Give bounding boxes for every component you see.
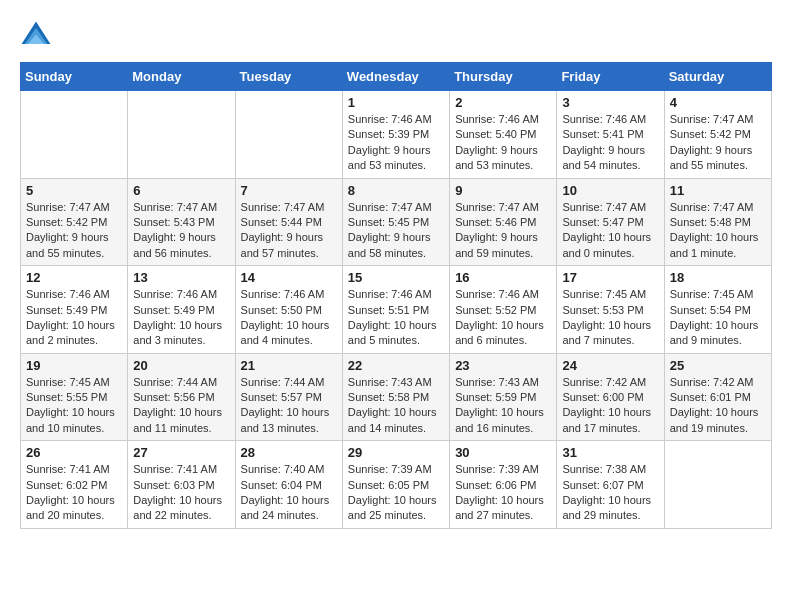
day-info: Sunrise: 7:46 AM Sunset: 5:49 PM Dayligh… [26, 287, 122, 349]
day-number: 8 [348, 183, 444, 198]
day-number: 30 [455, 445, 551, 460]
calendar-cell: 19Sunrise: 7:45 AM Sunset: 5:55 PM Dayli… [21, 353, 128, 441]
day-info: Sunrise: 7:44 AM Sunset: 5:57 PM Dayligh… [241, 375, 337, 437]
day-number: 11 [670, 183, 766, 198]
calendar-cell: 30Sunrise: 7:39 AM Sunset: 6:06 PM Dayli… [450, 441, 557, 529]
day-info: Sunrise: 7:38 AM Sunset: 6:07 PM Dayligh… [562, 462, 658, 524]
calendar-cell: 28Sunrise: 7:40 AM Sunset: 6:04 PM Dayli… [235, 441, 342, 529]
logo-icon [20, 20, 52, 52]
calendar-cell: 23Sunrise: 7:43 AM Sunset: 5:59 PM Dayli… [450, 353, 557, 441]
day-number: 23 [455, 358, 551, 373]
calendar-cell: 11Sunrise: 7:47 AM Sunset: 5:48 PM Dayli… [664, 178, 771, 266]
day-info: Sunrise: 7:39 AM Sunset: 6:05 PM Dayligh… [348, 462, 444, 524]
day-number: 2 [455, 95, 551, 110]
day-info: Sunrise: 7:47 AM Sunset: 5:45 PM Dayligh… [348, 200, 444, 262]
day-number: 24 [562, 358, 658, 373]
day-header-sunday: Sunday [21, 63, 128, 91]
day-number: 25 [670, 358, 766, 373]
week-row: 12Sunrise: 7:46 AM Sunset: 5:49 PM Dayli… [21, 266, 772, 354]
day-number: 26 [26, 445, 122, 460]
day-info: Sunrise: 7:42 AM Sunset: 6:00 PM Dayligh… [562, 375, 658, 437]
calendar-cell: 5Sunrise: 7:47 AM Sunset: 5:42 PM Daylig… [21, 178, 128, 266]
calendar-cell: 22Sunrise: 7:43 AM Sunset: 5:58 PM Dayli… [342, 353, 449, 441]
calendar-cell: 25Sunrise: 7:42 AM Sunset: 6:01 PM Dayli… [664, 353, 771, 441]
calendar-cell: 13Sunrise: 7:46 AM Sunset: 5:49 PM Dayli… [128, 266, 235, 354]
day-info: Sunrise: 7:45 AM Sunset: 5:53 PM Dayligh… [562, 287, 658, 349]
day-number: 16 [455, 270, 551, 285]
logo [20, 20, 56, 52]
calendar-cell [21, 91, 128, 179]
day-info: Sunrise: 7:46 AM Sunset: 5:51 PM Dayligh… [348, 287, 444, 349]
calendar-cell: 24Sunrise: 7:42 AM Sunset: 6:00 PM Dayli… [557, 353, 664, 441]
page: SundayMondayTuesdayWednesdayThursdayFrid… [0, 0, 792, 539]
day-number: 5 [26, 183, 122, 198]
day-number: 12 [26, 270, 122, 285]
day-info: Sunrise: 7:47 AM Sunset: 5:48 PM Dayligh… [670, 200, 766, 262]
day-number: 22 [348, 358, 444, 373]
calendar-cell: 9Sunrise: 7:47 AM Sunset: 5:46 PM Daylig… [450, 178, 557, 266]
day-info: Sunrise: 7:43 AM Sunset: 5:59 PM Dayligh… [455, 375, 551, 437]
day-header-monday: Monday [128, 63, 235, 91]
day-number: 28 [241, 445, 337, 460]
week-row: 19Sunrise: 7:45 AM Sunset: 5:55 PM Dayli… [21, 353, 772, 441]
day-header-friday: Friday [557, 63, 664, 91]
day-number: 21 [241, 358, 337, 373]
calendar-cell: 15Sunrise: 7:46 AM Sunset: 5:51 PM Dayli… [342, 266, 449, 354]
day-info: Sunrise: 7:47 AM Sunset: 5:46 PM Dayligh… [455, 200, 551, 262]
calendar-cell: 27Sunrise: 7:41 AM Sunset: 6:03 PM Dayli… [128, 441, 235, 529]
day-number: 7 [241, 183, 337, 198]
calendar-cell: 8Sunrise: 7:47 AM Sunset: 5:45 PM Daylig… [342, 178, 449, 266]
day-info: Sunrise: 7:45 AM Sunset: 5:54 PM Dayligh… [670, 287, 766, 349]
header-row: SundayMondayTuesdayWednesdayThursdayFrid… [21, 63, 772, 91]
calendar-cell: 21Sunrise: 7:44 AM Sunset: 5:57 PM Dayli… [235, 353, 342, 441]
day-header-wednesday: Wednesday [342, 63, 449, 91]
calendar-cell: 3Sunrise: 7:46 AM Sunset: 5:41 PM Daylig… [557, 91, 664, 179]
calendar-cell: 20Sunrise: 7:44 AM Sunset: 5:56 PM Dayli… [128, 353, 235, 441]
calendar-cell [664, 441, 771, 529]
day-info: Sunrise: 7:46 AM Sunset: 5:49 PM Dayligh… [133, 287, 229, 349]
day-info: Sunrise: 7:40 AM Sunset: 6:04 PM Dayligh… [241, 462, 337, 524]
day-number: 4 [670, 95, 766, 110]
day-number: 6 [133, 183, 229, 198]
day-number: 18 [670, 270, 766, 285]
day-header-thursday: Thursday [450, 63, 557, 91]
day-number: 19 [26, 358, 122, 373]
calendar-cell: 7Sunrise: 7:47 AM Sunset: 5:44 PM Daylig… [235, 178, 342, 266]
day-number: 15 [348, 270, 444, 285]
day-number: 9 [455, 183, 551, 198]
day-info: Sunrise: 7:47 AM Sunset: 5:42 PM Dayligh… [670, 112, 766, 174]
day-info: Sunrise: 7:47 AM Sunset: 5:47 PM Dayligh… [562, 200, 658, 262]
day-info: Sunrise: 7:44 AM Sunset: 5:56 PM Dayligh… [133, 375, 229, 437]
day-number: 29 [348, 445, 444, 460]
day-number: 3 [562, 95, 658, 110]
calendar-cell [235, 91, 342, 179]
day-info: Sunrise: 7:46 AM Sunset: 5:40 PM Dayligh… [455, 112, 551, 174]
calendar-cell: 29Sunrise: 7:39 AM Sunset: 6:05 PM Dayli… [342, 441, 449, 529]
week-row: 1Sunrise: 7:46 AM Sunset: 5:39 PM Daylig… [21, 91, 772, 179]
day-number: 14 [241, 270, 337, 285]
day-number: 27 [133, 445, 229, 460]
day-info: Sunrise: 7:46 AM Sunset: 5:39 PM Dayligh… [348, 112, 444, 174]
calendar-cell: 14Sunrise: 7:46 AM Sunset: 5:50 PM Dayli… [235, 266, 342, 354]
day-info: Sunrise: 7:45 AM Sunset: 5:55 PM Dayligh… [26, 375, 122, 437]
calendar-cell: 17Sunrise: 7:45 AM Sunset: 5:53 PM Dayli… [557, 266, 664, 354]
calendar-cell: 16Sunrise: 7:46 AM Sunset: 5:52 PM Dayli… [450, 266, 557, 354]
calendar-cell: 6Sunrise: 7:47 AM Sunset: 5:43 PM Daylig… [128, 178, 235, 266]
day-number: 10 [562, 183, 658, 198]
calendar-cell: 10Sunrise: 7:47 AM Sunset: 5:47 PM Dayli… [557, 178, 664, 266]
day-info: Sunrise: 7:47 AM Sunset: 5:44 PM Dayligh… [241, 200, 337, 262]
calendar-cell: 1Sunrise: 7:46 AM Sunset: 5:39 PM Daylig… [342, 91, 449, 179]
day-number: 31 [562, 445, 658, 460]
week-row: 5Sunrise: 7:47 AM Sunset: 5:42 PM Daylig… [21, 178, 772, 266]
calendar-cell: 12Sunrise: 7:46 AM Sunset: 5:49 PM Dayli… [21, 266, 128, 354]
day-info: Sunrise: 7:43 AM Sunset: 5:58 PM Dayligh… [348, 375, 444, 437]
day-info: Sunrise: 7:41 AM Sunset: 6:02 PM Dayligh… [26, 462, 122, 524]
day-info: Sunrise: 7:46 AM Sunset: 5:52 PM Dayligh… [455, 287, 551, 349]
day-info: Sunrise: 7:46 AM Sunset: 5:50 PM Dayligh… [241, 287, 337, 349]
calendar-cell [128, 91, 235, 179]
day-info: Sunrise: 7:42 AM Sunset: 6:01 PM Dayligh… [670, 375, 766, 437]
day-number: 20 [133, 358, 229, 373]
day-number: 13 [133, 270, 229, 285]
calendar-table: SundayMondayTuesdayWednesdayThursdayFrid… [20, 62, 772, 529]
calendar-cell: 18Sunrise: 7:45 AM Sunset: 5:54 PM Dayli… [664, 266, 771, 354]
